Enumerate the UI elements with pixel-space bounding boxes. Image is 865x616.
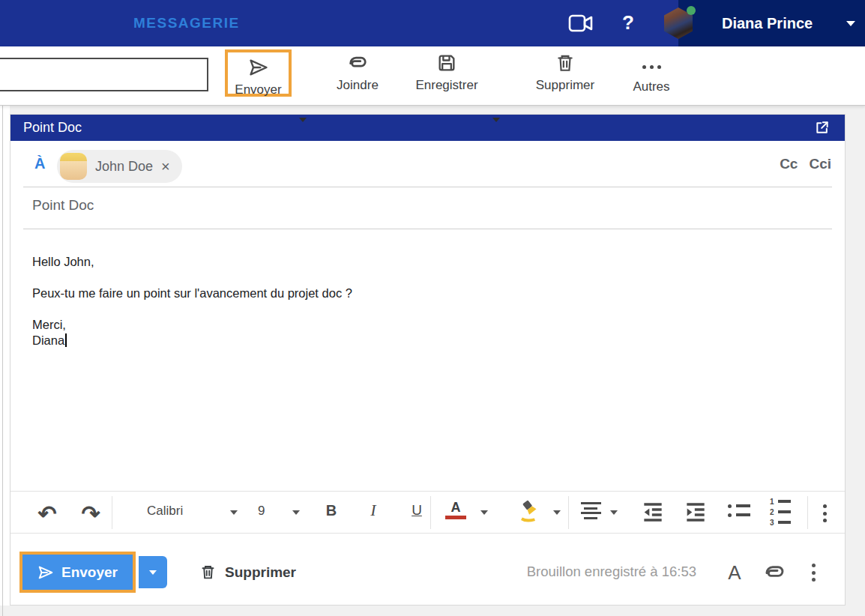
more-formatting-icon[interactable] — [817, 501, 832, 526]
user-menu[interactable]: Diana Prince — [678, 0, 865, 46]
app-header: MESSAGERIE ? Diana Prince — [0, 0, 865, 46]
more-dots-icon — [618, 55, 685, 78]
more-button[interactable]: Autres — [618, 49, 685, 94]
divider — [430, 496, 431, 529]
compose-title-bar: Point Doc — [10, 115, 845, 141]
font-size-select[interactable]: 9 — [258, 504, 265, 519]
align-caret[interactable] — [610, 510, 618, 515]
attach-label: Joindre — [322, 78, 393, 93]
font-family-select[interactable]: Calibri — [147, 504, 183, 519]
cc-cci-links: Cc Cci — [780, 156, 831, 172]
compose-title: Point Doc — [23, 115, 82, 141]
user-name: Diana Prince — [722, 0, 813, 46]
more-options-icon[interactable] — [804, 558, 823, 587]
trash-icon — [200, 564, 216, 581]
cc-link[interactable]: Cc — [780, 156, 798, 172]
pane-divider — [2, 106, 3, 616]
save-icon — [408, 49, 486, 76]
text-color-button[interactable]: A — [444, 501, 468, 519]
recipient-chip[interactable]: John Doe × — [57, 150, 182, 183]
chevron-down-icon — [149, 570, 157, 575]
attach-button[interactable]: Joindre — [322, 49, 393, 93]
video-camera-icon[interactable] — [568, 13, 595, 34]
divider — [23, 229, 832, 229]
divider — [568, 496, 569, 529]
send-label: Envoyer — [61, 564, 118, 581]
left-gutter — [0, 106, 10, 606]
send-icon — [228, 54, 289, 81]
delete-draft-button[interactable]: Supprimer — [200, 555, 296, 589]
save-label: Enregistrer — [408, 78, 486, 93]
text-format-toggle[interactable]: A — [720, 558, 750, 587]
send-icon — [37, 564, 54, 581]
remove-recipient-icon[interactable]: × — [161, 159, 170, 174]
trash-icon — [526, 49, 604, 76]
help-icon[interactable]: ? — [622, 0, 634, 45]
delete-label: Supprimer — [225, 564, 296, 581]
numbered-list-icon[interactable] — [770, 496, 791, 528]
body-line: Diana — [32, 333, 822, 348]
send-options-dropdown[interactable] — [139, 556, 167, 588]
highlight-color-caret[interactable] — [553, 510, 561, 515]
more-label: Autres — [618, 79, 685, 94]
indent-icon[interactable] — [685, 502, 706, 522]
delete-button[interactable]: Supprimer — [526, 49, 604, 93]
toolbar-input[interactable] — [0, 58, 208, 91]
text-cursor — [65, 333, 67, 347]
chevron-down-icon[interactable] — [846, 21, 855, 26]
undo-icon[interactable]: ↶ — [34, 501, 60, 526]
body-line: Hello John, — [32, 254, 822, 270]
send-label: Envoyer — [228, 82, 289, 97]
underline-button[interactable]: U — [407, 502, 427, 519]
body-line: Merci, — [32, 317, 822, 333]
paperclip-icon — [322, 49, 393, 76]
align-icon[interactable] — [580, 502, 601, 519]
send-button-footer[interactable]: Envoyer — [22, 555, 133, 590]
app-title: MESSAGERIE — [133, 0, 240, 46]
open-in-new-window-icon[interactable] — [815, 120, 830, 135]
delete-label: Supprimer — [526, 78, 604, 93]
subject-field[interactable]: Point Doc — [32, 197, 94, 214]
redo-icon: ↷ — [78, 501, 103, 526]
format-toolbar: ↶ ↷ Calibri 9 B I U A — [10, 491, 845, 534]
message-body[interactable]: Hello John, Peux-tu me faire un point su… — [32, 254, 822, 348]
online-status-dot — [687, 6, 696, 15]
bullet-list-icon[interactable] — [728, 501, 750, 519]
cci-link[interactable]: Cci — [809, 156, 831, 172]
italic-button[interactable]: I — [364, 501, 383, 520]
divider — [23, 187, 832, 187]
compose-panel: Point Doc À John Doe × Cc Cci Point Doc … — [10, 114, 846, 606]
text-color-caret[interactable] — [480, 510, 488, 515]
font-size-caret[interactable] — [292, 510, 300, 515]
recipient-avatar — [60, 153, 87, 180]
paperclip-icon[interactable] — [759, 558, 790, 587]
divider — [807, 496, 808, 529]
message-toolbar: Envoyer Joindre Enregistrer — [0, 46, 865, 106]
bold-button[interactable]: B — [322, 502, 341, 519]
save-button[interactable]: Enregistrer — [408, 49, 486, 93]
highlight-color-button[interactable] — [517, 499, 543, 526]
mail-compose-screen: MESSAGERIE ? Diana Prince Envoyer — [0, 0, 865, 616]
outdent-icon[interactable] — [642, 502, 663, 522]
draft-status: Brouillon enregistré à 16:53 — [527, 564, 696, 580]
to-label: À — [34, 155, 45, 172]
save-dropdown-caret[interactable] — [492, 118, 500, 122]
send-button[interactable]: Envoyer — [225, 49, 292, 97]
send-highlight-frame: Envoyer — [19, 552, 136, 593]
body-line: Peux-tu me faire un point sur l'avanceme… — [32, 286, 822, 301]
divider — [112, 496, 112, 529]
recipient-name: John Doe — [95, 159, 153, 175]
send-dropdown-caret[interactable] — [299, 118, 307, 122]
font-family-caret[interactable] — [230, 510, 238, 515]
